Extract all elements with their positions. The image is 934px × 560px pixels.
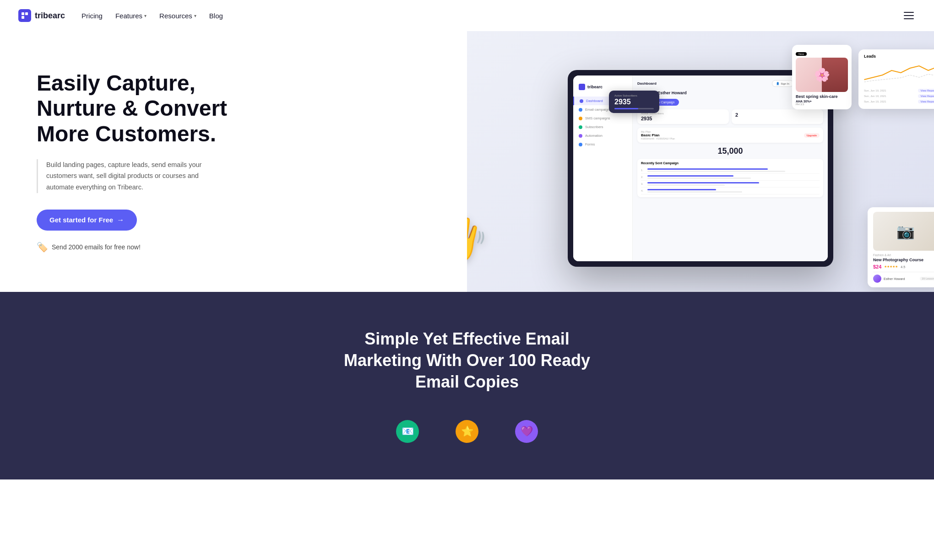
float-counter-card: Active Subscribers 2935 — [609, 91, 659, 113]
navbar-left: tribearc Pricing Features ▾ Resources ▾ … — [18, 9, 223, 22]
sidebar-item-subscribers[interactable]: Subscribers — [573, 123, 632, 131]
float-skincare-card: New 🌸 Best spring skin-care AHA 30%+ PH … — [792, 45, 852, 109]
counter-label: Active Subscribers — [614, 94, 654, 97]
sidebar-item-forms[interactable]: Forms — [573, 140, 632, 149]
campaigns-section: Recently Sent Campaign 1. 2. — [637, 159, 823, 197]
skincare-new-badge: New — [796, 52, 807, 56]
skincare-price: AHA 30%+ — [796, 100, 848, 103]
dash-dot-icon — [579, 108, 582, 112]
hamburger-menu[interactable] — [902, 10, 916, 21]
upgrade-badge[interactable]: Upgrade — [804, 133, 820, 138]
nav-pricing[interactable]: Pricing — [81, 12, 103, 20]
dark-icon-1: 📧 — [396, 420, 419, 443]
brand-name: tribearc — [35, 11, 65, 21]
skincare-image: 🌸 — [796, 58, 848, 92]
author-avatar — [873, 275, 881, 283]
stat-value: 2935 — [641, 116, 725, 121]
hero-section: Easily Capture, Nurture & Convert More C… — [0, 31, 934, 292]
features-chevron-icon: ▾ — [144, 13, 147, 18]
product-lessons: 20 Lessons — [920, 277, 934, 280]
logo-icon — [18, 9, 31, 22]
logo[interactable]: tribearc — [18, 9, 65, 22]
float-product-card: 📷 Fashion & Art New Photography Course $… — [868, 207, 934, 287]
campaign-row: 1. — [641, 167, 820, 174]
counter-value: 2935 — [614, 98, 654, 106]
nav-links: Pricing Features ▾ Resources ▾ Blog — [81, 12, 223, 20]
dark-section-title: Simple Yet Effective Email Marketing Wit… — [330, 328, 604, 393]
hero-heading: Easily Capture, Nurture & Convert More C… — [37, 70, 229, 146]
stat-value-2: 2 — [735, 112, 820, 118]
product-image: 📷 — [873, 212, 934, 251]
product-rating: 4.5 — [901, 265, 905, 269]
nav-resources[interactable]: Resources ▾ — [159, 12, 196, 20]
sidebar-item-sms[interactable]: SMS campaigns — [573, 114, 632, 123]
navbar: tribearc Pricing Features ▾ Resources ▾ … — [0, 0, 934, 31]
dash-dot-icon — [579, 125, 582, 129]
sidebar-item-automation[interactable]: Automation — [573, 131, 632, 140]
icon-circle-purple: 💜 — [515, 420, 538, 443]
dash-dot-icon — [579, 117, 582, 120]
product-stars: ★★★★★ — [884, 265, 898, 269]
counter-bar-fill — [614, 108, 638, 109]
leads-row: Sun, Jun 10, 2021 View Report — [864, 93, 934, 99]
leads-rows: Sun, Jun 10, 2021 View Report Sun, Jun 1… — [864, 88, 934, 104]
counter-bar — [614, 108, 654, 109]
plan-info: My Plan Basic Plan #1000/month · #1000/D… — [641, 130, 675, 140]
dark-icon-2: ⭐ — [456, 420, 478, 443]
plan-card: My Plan Basic Plan #1000/month · #1000/D… — [637, 128, 823, 143]
view-report-button[interactable]: View Report — [918, 100, 934, 103]
dash-dot-icon — [580, 99, 583, 103]
dash-logo-icon — [579, 84, 585, 90]
large-counter: 15,000 — [637, 146, 823, 156]
leads-row: Sun, Jun 10, 2021 View Report — [864, 88, 934, 93]
icon-circle-green: 📧 — [396, 420, 419, 443]
free-icon: 🏷️ — [37, 242, 48, 253]
icon-circle-yellow: ⭐ — [456, 420, 478, 443]
hero-description: Build landing pages, capture leads, send… — [37, 159, 211, 193]
hand-pointing-icon: 👋 — [467, 200, 497, 275]
product-category: Fashion & Art — [873, 253, 934, 257]
sign-in-button[interactable]: 👤 Sign In — [772, 80, 793, 87]
campaign-row: 2. — [641, 174, 820, 181]
stat-card-2: 2 — [732, 109, 823, 124]
get-started-button[interactable]: Get started for Free → — [37, 210, 137, 231]
cta-arrow-icon: → — [117, 216, 124, 224]
nav-features[interactable]: Features ▾ — [115, 12, 147, 20]
product-footer: Esther Howard 20 Lessons — [873, 272, 934, 283]
nav-blog[interactable]: Blog — [209, 12, 223, 20]
leads-chart — [864, 61, 934, 84]
svg-rect-1 — [25, 12, 28, 15]
product-price: $24 — [873, 264, 881, 269]
skincare-title: Best spring skin-care — [796, 94, 848, 99]
dark-section: Simple Yet Effective Email Marketing Wit… — [0, 292, 934, 479]
product-name: New Photography Course — [873, 258, 934, 262]
campaign-row: 3. — [641, 181, 820, 188]
dark-icon-3: 💜 — [515, 420, 538, 443]
campaign-row: 4. — [641, 188, 820, 194]
user-icon: 👤 — [776, 82, 779, 85]
hero-right: 👋 tribearc Dashboard Email — [467, 31, 934, 292]
leads-title: Leads — [864, 54, 934, 59]
dash-dot-icon — [579, 143, 582, 146]
float-leads-card: Leads Sun, Jun 10, 2021 View Report Sun,… — [858, 49, 934, 109]
view-report-button[interactable]: View Report — [918, 89, 934, 92]
svg-rect-2 — [22, 16, 24, 19]
dash-title: Dashboard — [637, 81, 657, 86]
free-note: 🏷️ Send 2000 emails for free now! — [37, 242, 440, 253]
hero-left: Easily Capture, Nurture & Convert More C… — [0, 31, 467, 292]
campaigns-header: Recently Sent Campaign — [641, 162, 820, 165]
resources-chevron-icon: ▾ — [194, 13, 196, 18]
dash-dot-icon — [579, 134, 582, 138]
dark-section-icons: 📧 ⭐ 💜 — [396, 420, 538, 443]
campaigns-title: Recently Sent Campaign — [641, 162, 679, 165]
product-author: Esther Howard — [884, 277, 918, 280]
skincare-price2: PH 3.5 — [796, 103, 848, 106]
view-report-button[interactable]: View Report — [918, 94, 934, 98]
dash-stats: Active Subscribers 2935 2 — [637, 109, 823, 124]
svg-rect-0 — [22, 12, 24, 15]
product-pricing: $24 ★★★★★ 4.5 — [873, 264, 934, 269]
leads-row: Sun, Jun 10, 2021 View Report — [864, 99, 934, 104]
